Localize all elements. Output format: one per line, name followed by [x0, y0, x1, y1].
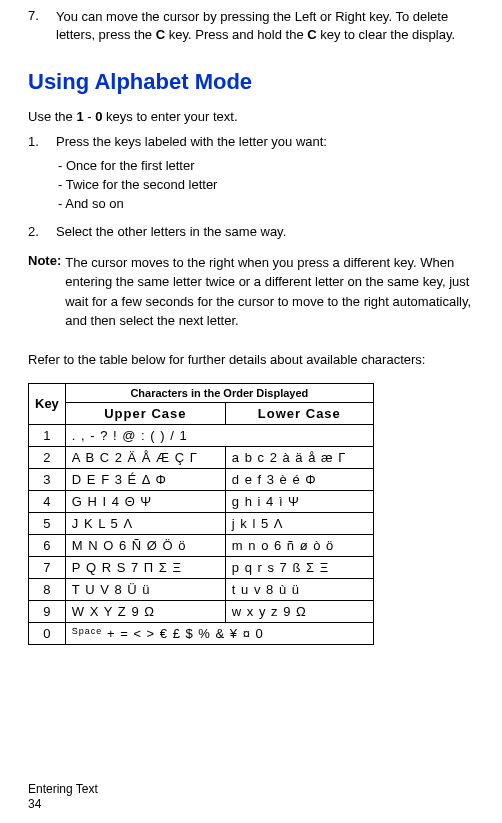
lower-cell: w x y z 9 Ω	[225, 600, 373, 622]
upper-cell: G H I 4 Θ Ψ	[65, 490, 225, 512]
key-cell: 8	[29, 578, 66, 600]
lower-cell: a b c 2 à ä å æ Γ	[225, 446, 373, 468]
list-item-7: 7. You can move the cursor by pressing t…	[28, 8, 474, 43]
header-key: Key	[29, 383, 66, 424]
table-row: 0 Space + = < > € £ $ % & ¥ ¤ 0	[29, 622, 374, 644]
table-row: 4 G H I 4 Θ Ψ g h i 4 ì Ψ	[29, 490, 374, 512]
table-row: 1 . , - ? ! @ : ( ) / 1	[29, 424, 374, 446]
lower-cell: p q r s 7 ß Σ Ξ	[225, 556, 373, 578]
upper-cell: M N O 6 Ñ Ø Ö ö	[65, 534, 225, 556]
step-text: Select the other letters in the same way…	[56, 224, 286, 239]
character-table: Key Characters in the Order Displayed Up…	[28, 383, 374, 645]
step-2: 2. Select the other letters in the same …	[28, 224, 474, 239]
lower-cell: g h i 4 ì Ψ	[225, 490, 373, 512]
steps-list: 1. Press the keys labeled with the lette…	[28, 134, 474, 149]
key-cell: 5	[29, 512, 66, 534]
key-cell: 9	[29, 600, 66, 622]
header-main: Characters in the Order Displayed	[65, 383, 373, 402]
header-lower: Lower Case	[225, 402, 373, 424]
key-cell: 4	[29, 490, 66, 512]
upper-cell: P Q R S 7 Π Σ Ξ	[65, 556, 225, 578]
upper-cell: D E F 3 É Δ Φ	[65, 468, 225, 490]
sub-item: - And so on	[58, 195, 474, 214]
step-number: 2.	[28, 224, 46, 239]
key-cell: 0	[29, 622, 66, 644]
lower-cell: d e f 3 è é Φ	[225, 468, 373, 490]
key-cell: 7	[29, 556, 66, 578]
table-header-row-2: Upper Case Lower Case	[29, 402, 374, 424]
steps-list-cont: 2. Select the other letters in the same …	[28, 224, 474, 239]
intro-text: Use the 1 - 0 keys to enter your text.	[28, 109, 474, 124]
table-row: 3 D E F 3 É Δ Φ d e f 3 è é Φ	[29, 468, 374, 490]
upper-cell: T U V 8 Ü ü	[65, 578, 225, 600]
sub-list: - Once for the first letter - Twice for …	[28, 157, 474, 214]
item-number: 7.	[28, 8, 46, 43]
key-cell: 2	[29, 446, 66, 468]
table-row: 8 T U V 8 Ü ü t u v 8 ù ü	[29, 578, 374, 600]
key-cell: 1	[29, 424, 66, 446]
key-cell: 6	[29, 534, 66, 556]
table-intro: Refer to the table below for further det…	[28, 351, 474, 369]
sub-item: - Once for the first letter	[58, 157, 474, 176]
upper-cell: J K L 5 Λ	[65, 512, 225, 534]
note-block: Note: The cursor moves to the right when…	[28, 253, 474, 331]
step-1: 1. Press the keys labeled with the lette…	[28, 134, 474, 149]
step-number: 1.	[28, 134, 46, 149]
chars-cell: . , - ? ! @ : ( ) / 1	[65, 424, 373, 446]
upper-cell: A B C 2 Ä Å Æ Ç Γ	[65, 446, 225, 468]
section-heading: Using Alphabet Mode	[28, 69, 474, 95]
key-cell: 3	[29, 468, 66, 490]
table-row: 7 P Q R S 7 Π Σ Ξ p q r s 7 ß Σ Ξ	[29, 556, 374, 578]
lower-cell: j k l 5 Λ	[225, 512, 373, 534]
note-text: The cursor moves to the right when you p…	[65, 253, 474, 331]
page-footer: Entering Text 34	[28, 782, 98, 813]
step-text: Press the keys labeled with the letter y…	[56, 134, 327, 149]
footer-page-number: 34	[28, 797, 98, 813]
upper-cell: W X Y Z 9 Ω	[65, 600, 225, 622]
table-row: 6 M N O 6 Ñ Ø Ö ö m n o 6 ñ ø ò ö	[29, 534, 374, 556]
table-header-row: Key Characters in the Order Displayed	[29, 383, 374, 402]
item-text: You can move the cursor by pressing the …	[56, 8, 474, 43]
sub-item: - Twice for the second letter	[58, 176, 474, 195]
lower-cell: m n o 6 ñ ø ò ö	[225, 534, 373, 556]
table-row: 5 J K L 5 Λ j k l 5 Λ	[29, 512, 374, 534]
table-row: 9 W X Y Z 9 Ω w x y z 9 Ω	[29, 600, 374, 622]
header-upper: Upper Case	[65, 402, 225, 424]
note-label: Note:	[28, 253, 61, 331]
lower-cell: t u v 8 ù ü	[225, 578, 373, 600]
table-row: 2 A B C 2 Ä Å Æ Ç Γ a b c 2 à ä å æ Γ	[29, 446, 374, 468]
chars-cell: Space + = < > € £ $ % & ¥ ¤ 0	[65, 622, 373, 644]
footer-section: Entering Text	[28, 782, 98, 798]
